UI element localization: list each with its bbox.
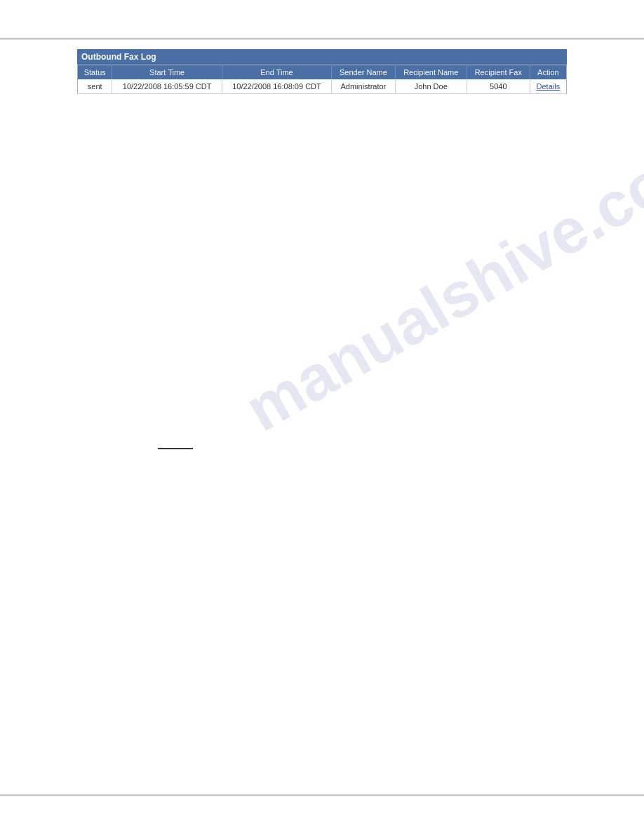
col-header-recipient-name: Recipient Name <box>395 65 467 80</box>
col-header-sender-name: Sender Name <box>332 65 396 80</box>
col-header-recipient-fax: Recipient Fax <box>467 65 530 80</box>
cell-recipient-fax: 5040 <box>467 79 530 94</box>
fax-log-table: Status Start Time End Time Sender Name R… <box>77 65 567 94</box>
watermark: manualshive.com <box>234 118 644 446</box>
details-link[interactable]: Details <box>537 82 561 91</box>
top-border <box>0 39 644 39</box>
cell-end-time: 10/22/2008 16:08:09 CDT <box>222 79 331 94</box>
table-title: Outbound Fax Log <box>77 49 567 65</box>
bottom-border <box>0 795 644 795</box>
cell-recipient-name: John Doe <box>395 79 467 94</box>
table-header-row: Status Start Time End Time Sender Name R… <box>78 65 567 80</box>
underline-decoration <box>158 448 193 449</box>
col-header-start-time: Start Time <box>112 65 222 80</box>
col-header-status: Status <box>78 65 112 80</box>
cell-start-time: 10/22/2008 16:05:59 CDT <box>112 79 222 94</box>
col-header-action: Action <box>530 65 566 80</box>
cell-status: sent <box>78 79 112 94</box>
col-header-end-time: End Time <box>222 65 331 80</box>
cell-sender-name: Administrator <box>332 79 396 94</box>
content-area: Outbound Fax Log Status Start Time End T… <box>77 49 567 94</box>
table-row: sent 10/22/2008 16:05:59 CDT 10/22/2008 … <box>78 79 567 94</box>
cell-action[interactable]: Details <box>530 79 566 94</box>
fax-log-table-container: Outbound Fax Log Status Start Time End T… <box>77 49 567 94</box>
